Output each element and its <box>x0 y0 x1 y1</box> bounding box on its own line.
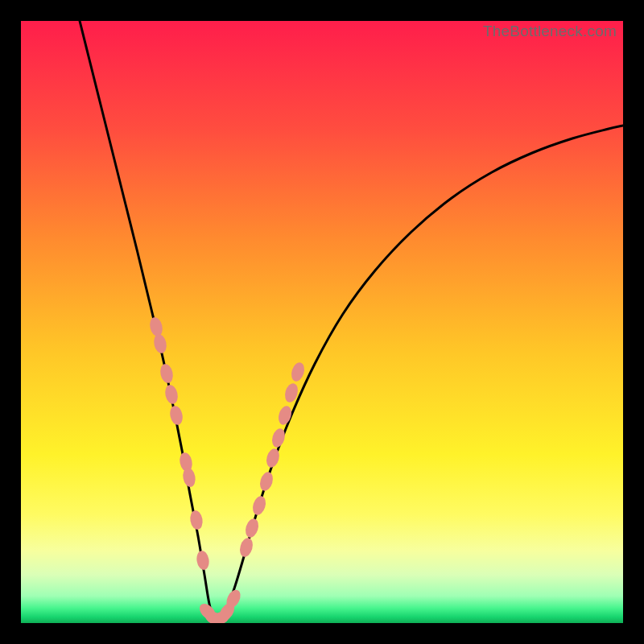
bottleneck-curve <box>80 21 623 621</box>
highlight-markers-left <box>148 316 210 571</box>
highlight-markers-right <box>237 361 306 558</box>
highlight-marker <box>196 550 211 571</box>
highlight-markers-bottom <box>196 588 243 623</box>
plot-area: TheBottleneck.com <box>21 21 623 623</box>
highlight-marker <box>189 510 204 530</box>
chart-frame: TheBottleneck.com <box>21 21 623 623</box>
highlight-marker <box>163 384 180 406</box>
highlight-marker <box>276 404 293 426</box>
highlight-marker <box>258 470 275 492</box>
chart-svg <box>21 21 623 623</box>
highlight-marker <box>289 361 306 382</box>
highlight-marker <box>243 517 260 539</box>
highlight-marker <box>159 363 175 385</box>
highlight-marker <box>148 316 164 338</box>
highlight-marker <box>168 405 184 427</box>
highlight-marker <box>152 333 168 355</box>
highlight-marker <box>250 494 267 516</box>
highlight-marker <box>237 536 254 558</box>
